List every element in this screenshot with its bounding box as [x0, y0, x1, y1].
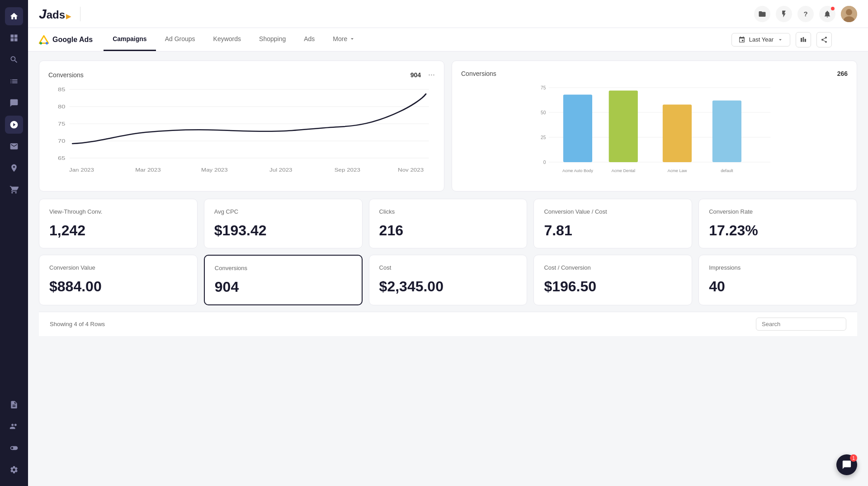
tab-shopping[interactable]: Shopping — [250, 28, 295, 51]
charts-row: Conversions 904 ··· 85 80 75 70 65 — [39, 61, 857, 192]
bar-chart-value: 266 — [837, 70, 848, 77]
google-ads-label: Google Ads — [52, 36, 93, 44]
showing-rows-text: Showing 4 of 4 Rows — [50, 321, 105, 327]
svg-rect-30 — [563, 95, 592, 162]
metric-value-conversions: 904 — [215, 279, 352, 295]
line-chart-title: Conversions — [48, 71, 84, 79]
svg-text:Jul 2023: Jul 2023 — [269, 168, 292, 173]
line-chart-value: 904 — [410, 71, 421, 79]
chat-icon[interactable] — [5, 94, 23, 112]
svg-text:Sep 2023: Sep 2023 — [335, 168, 361, 173]
line-chart-more-button[interactable]: ··· — [428, 70, 435, 79]
home-icon[interactable] — [5, 7, 23, 25]
metric-label-avg-cpc: Avg CPC — [214, 208, 352, 215]
svg-text:75: 75 — [541, 85, 546, 90]
metric-view-through-conv[interactable]: View-Through Conv. 1,242 — [39, 199, 198, 248]
metrics-row-1: View-Through Conv. 1,242 Avg CPC $193.42… — [39, 199, 857, 248]
metric-cost-conv[interactable]: Cost / Conversion $196.50 — [533, 255, 692, 305]
svg-text:50: 50 — [541, 110, 546, 115]
secondary-nav-right: Last Year — [731, 32, 832, 47]
metric-avg-cpc[interactable]: Avg CPC $193.42 — [204, 199, 363, 248]
svg-text:75: 75 — [58, 121, 65, 127]
top-nav: Jads▶ ? — [28, 0, 868, 28]
metric-label-impressions: Impressions — [709, 264, 847, 271]
metric-label-conversions: Conversions — [215, 265, 352, 271]
bar-chart-title: Conversions — [461, 70, 496, 77]
metric-impressions[interactable]: Impressions 40 — [698, 255, 857, 305]
metric-clicks[interactable]: Clicks 216 — [369, 199, 528, 248]
bottom-bar: Showing 4 of 4 Rows — [39, 312, 857, 336]
mail-icon[interactable] — [5, 137, 23, 155]
bell-button[interactable] — [819, 6, 835, 22]
metrics-row-2: Conversion Value $884.00 Conversions 904… — [39, 255, 857, 305]
tab-campaigns[interactable]: Campaigns — [104, 28, 156, 51]
metric-value-view-through: 1,242 — [49, 222, 187, 239]
users-icon[interactable] — [5, 417, 23, 435]
top-nav-actions: ? — [754, 6, 857, 22]
secondary-nav: Google Ads Campaigns Ad Groups Keywords … — [28, 28, 868, 51]
svg-text:70: 70 — [58, 138, 65, 144]
metric-value-conv-value: $884.00 — [49, 278, 187, 295]
svg-text:Acme Law: Acme Law — [668, 168, 687, 173]
grid-icon[interactable] — [5, 29, 23, 47]
period-selector[interactable]: Last Year — [731, 33, 790, 47]
search-icon[interactable] — [5, 51, 23, 69]
metric-value-cost-conv: $196.50 — [544, 278, 682, 295]
metric-label-conv-value: Conversion Value — [49, 264, 187, 271]
search-input[interactable] — [756, 318, 846, 331]
cart-icon[interactable] — [5, 181, 23, 199]
tab-ads[interactable]: Ads — [295, 28, 324, 51]
metric-conversions[interactable]: Conversions 904 — [204, 255, 363, 305]
bolt-button[interactable] — [776, 6, 792, 22]
svg-text:May 2023: May 2023 — [201, 168, 228, 173]
bar-chart-card: Conversions 266 75 50 25 0 — [452, 61, 857, 192]
logo-area: Jads▶ — [39, 6, 84, 22]
icon-rail — [0, 0, 28, 486]
svg-text:25: 25 — [541, 135, 546, 140]
svg-rect-32 — [663, 105, 692, 162]
period-label: Last Year — [749, 36, 774, 43]
notification-badge — [831, 7, 835, 10]
location-icon[interactable] — [5, 159, 23, 177]
svg-text:Mar 2023: Mar 2023 — [135, 168, 161, 173]
metric-cost[interactable]: Cost $2,345.00 — [369, 255, 528, 305]
target-icon[interactable] — [5, 116, 23, 134]
metric-label-conv-value-cost: Conversion Value / Cost — [544, 208, 682, 215]
page-content: Conversions 904 ··· 85 80 75 70 65 — [28, 51, 868, 486]
chart-icon[interactable] — [5, 72, 23, 90]
metric-value-avg-cpc: $193.42 — [214, 222, 352, 239]
svg-point-5 — [40, 42, 42, 44]
metric-label-cost: Cost — [379, 264, 517, 271]
svg-text:65: 65 — [58, 155, 65, 161]
integrations-icon[interactable] — [5, 439, 23, 457]
settings-icon[interactable] — [5, 461, 23, 479]
tab-ad-groups[interactable]: Ad Groups — [156, 28, 204, 51]
folder-button[interactable] — [754, 6, 770, 22]
chat-bubble-button[interactable]: 1 — [836, 454, 857, 475]
metric-conv-value-cost[interactable]: Conversion Value / Cost 7.81 — [533, 199, 692, 248]
svg-text:default: default — [721, 168, 733, 173]
metric-conv-value[interactable]: Conversion Value $884.00 — [39, 255, 198, 305]
metric-conv-rate[interactable]: Conversion Rate 17.23% — [698, 199, 857, 248]
svg-text:Jan 2023: Jan 2023 — [69, 168, 94, 173]
tab-keywords[interactable]: Keywords — [204, 28, 250, 51]
share-button[interactable] — [816, 32, 832, 47]
svg-point-1 — [846, 9, 852, 15]
metric-label-conv-rate: Conversion Rate — [709, 208, 847, 215]
svg-rect-31 — [609, 90, 638, 162]
svg-text:0: 0 — [543, 160, 546, 165]
svg-text:Acme Dental: Acme Dental — [612, 168, 635, 173]
line-chart-area: 85 80 75 70 65 Jan 2 — [48, 85, 435, 175]
metric-label-cost-conv: Cost / Conversion — [544, 264, 682, 271]
main-area: Jads▶ ? — [28, 0, 868, 486]
svg-text:80: 80 — [58, 104, 65, 110]
help-button[interactable]: ? — [797, 6, 814, 22]
metric-value-conv-rate: 17.23% — [709, 222, 847, 239]
columns-button[interactable] — [796, 32, 811, 47]
avatar[interactable] — [841, 6, 857, 22]
nav-tabs: Campaigns Ad Groups Keywords Shopping Ad… — [104, 28, 731, 51]
svg-text:Acme Auto Body: Acme Auto Body — [562, 168, 593, 173]
tab-more[interactable]: More — [324, 28, 364, 51]
line-chart-card: Conversions 904 ··· 85 80 75 70 65 — [39, 61, 444, 192]
reports-icon[interactable] — [5, 396, 23, 414]
